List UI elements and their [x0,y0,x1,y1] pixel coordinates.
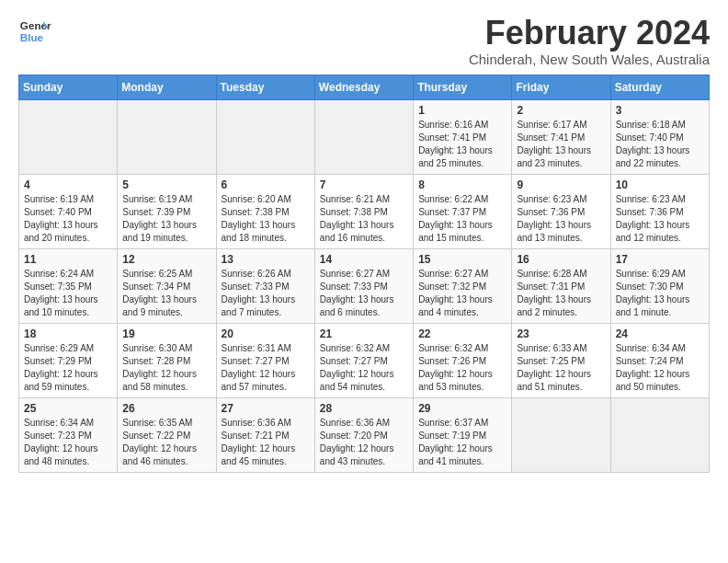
day-info: Sunrise: 6:37 AM Sunset: 7:19 PM Dayligh… [418,417,506,468]
calendar-week-1: 1Sunrise: 6:16 AM Sunset: 7:41 PM Daylig… [19,99,710,174]
day-info: Sunrise: 6:26 AM Sunset: 7:33 PM Dayligh… [222,268,310,319]
calendar-cell: 2Sunrise: 6:17 AM Sunset: 7:41 PM Daylig… [512,99,610,174]
day-header-thursday: Thursday [414,75,512,99]
day-info: Sunrise: 6:28 AM Sunset: 7:31 PM Dayligh… [517,268,605,319]
day-info: Sunrise: 6:18 AM Sunset: 7:40 PM Dayligh… [616,119,704,170]
day-number: 13 [222,253,310,266]
day-number: 10 [616,178,704,191]
day-info: Sunrise: 6:36 AM Sunset: 7:20 PM Dayligh… [320,417,408,468]
day-number: 28 [320,402,408,415]
day-info: Sunrise: 6:21 AM Sunset: 7:38 PM Dayligh… [320,193,408,245]
day-info: Sunrise: 6:24 AM Sunset: 7:35 PM Dayligh… [24,268,112,319]
day-number: 23 [517,327,605,340]
day-number: 4 [24,178,112,191]
calendar-cell: 10Sunrise: 6:23 AM Sunset: 7:36 PM Dayli… [610,174,709,248]
calendar-week-2: 4Sunrise: 6:19 AM Sunset: 7:40 PM Daylig… [19,174,710,248]
day-number: 19 [122,327,210,340]
calendar-cell: 21Sunrise: 6:32 AM Sunset: 7:27 PM Dayli… [314,323,413,397]
day-info: Sunrise: 6:32 AM Sunset: 7:26 PM Dayligh… [418,342,506,394]
calendar-cell: 19Sunrise: 6:30 AM Sunset: 7:28 PM Dayli… [118,323,216,397]
calendar-cell: 23Sunrise: 6:33 AM Sunset: 7:25 PM Dayli… [512,323,610,397]
calendar-week-4: 18Sunrise: 6:29 AM Sunset: 7:29 PM Dayli… [19,323,710,397]
day-number: 20 [222,327,310,340]
day-number: 14 [320,253,408,266]
calendar-cell [512,397,610,472]
day-info: Sunrise: 6:17 AM Sunset: 7:41 PM Dayligh… [517,119,605,170]
day-header-saturday: Saturday [610,75,709,99]
location-subtitle: Chinderah, New South Wales, Australia [469,52,710,67]
day-info: Sunrise: 6:35 AM Sunset: 7:22 PM Dayligh… [122,417,210,468]
day-number: 27 [222,402,310,415]
day-info: Sunrise: 6:34 AM Sunset: 7:23 PM Dayligh… [24,417,112,468]
calendar-cell: 15Sunrise: 6:27 AM Sunset: 7:32 PM Dayli… [414,248,512,323]
day-info: Sunrise: 6:20 AM Sunset: 7:38 PM Dayligh… [222,193,310,245]
calendar-cell [314,99,413,174]
calendar-cell: 7Sunrise: 6:21 AM Sunset: 7:38 PM Daylig… [314,174,413,248]
day-info: Sunrise: 6:19 AM Sunset: 7:40 PM Dayligh… [24,193,112,245]
day-info: Sunrise: 6:29 AM Sunset: 7:30 PM Dayligh… [616,268,704,319]
logo-icon: General Blue [18,15,51,48]
day-info: Sunrise: 6:19 AM Sunset: 7:39 PM Dayligh… [122,193,210,245]
calendar-header: SundayMondayTuesdayWednesdayThursdayFrid… [19,75,710,99]
day-number: 22 [418,327,506,340]
day-number: 11 [24,253,112,266]
day-number: 7 [320,178,408,191]
calendar-cell: 17Sunrise: 6:29 AM Sunset: 7:30 PM Dayli… [610,248,709,323]
header-row: SundayMondayTuesdayWednesdayThursdayFrid… [19,75,710,99]
calendar-cell: 1Sunrise: 6:16 AM Sunset: 7:41 PM Daylig… [414,99,512,174]
calendar-cell [610,397,709,472]
day-number: 3 [616,104,704,117]
day-number: 9 [517,178,605,191]
calendar-table: SundayMondayTuesdayWednesdayThursdayFrid… [18,75,710,473]
calendar-cell: 13Sunrise: 6:26 AM Sunset: 7:33 PM Dayli… [216,248,314,323]
day-info: Sunrise: 6:16 AM Sunset: 7:41 PM Dayligh… [418,119,506,170]
day-number: 17 [616,253,704,266]
svg-text:Blue: Blue [20,31,44,43]
month-title: February 2024 [469,15,710,52]
day-number: 15 [418,253,506,266]
day-info: Sunrise: 6:27 AM Sunset: 7:32 PM Dayligh… [418,268,506,319]
day-info: Sunrise: 6:22 AM Sunset: 7:37 PM Dayligh… [418,193,506,245]
day-info: Sunrise: 6:23 AM Sunset: 7:36 PM Dayligh… [616,193,704,245]
day-info: Sunrise: 6:30 AM Sunset: 7:28 PM Dayligh… [122,342,210,394]
logo: General Blue [18,15,51,48]
day-info: Sunrise: 6:29 AM Sunset: 7:29 PM Dayligh… [24,342,112,394]
calendar-cell: 27Sunrise: 6:36 AM Sunset: 7:21 PM Dayli… [216,397,314,472]
svg-text:General: General [20,19,51,31]
day-number: 25 [24,402,112,415]
day-number: 1 [418,104,506,117]
calendar-cell: 8Sunrise: 6:22 AM Sunset: 7:37 PM Daylig… [414,174,512,248]
calendar-cell: 6Sunrise: 6:20 AM Sunset: 7:38 PM Daylig… [216,174,314,248]
day-number: 26 [122,402,210,415]
day-number: 24 [616,327,704,340]
calendar-cell [19,99,118,174]
day-info: Sunrise: 6:33 AM Sunset: 7:25 PM Dayligh… [517,342,605,394]
calendar-cell: 28Sunrise: 6:36 AM Sunset: 7:20 PM Dayli… [314,397,413,472]
day-header-sunday: Sunday [19,75,118,99]
calendar-cell: 20Sunrise: 6:31 AM Sunset: 7:27 PM Dayli… [216,323,314,397]
calendar-cell: 11Sunrise: 6:24 AM Sunset: 7:35 PM Dayli… [19,248,118,323]
day-info: Sunrise: 6:25 AM Sunset: 7:34 PM Dayligh… [122,268,210,319]
title-area: February 2024 Chinderah, New South Wales… [469,15,710,67]
day-number: 21 [320,327,408,340]
calendar-cell: 25Sunrise: 6:34 AM Sunset: 7:23 PM Dayli… [19,397,118,472]
header: General Blue February 2024 Chinderah, Ne… [18,15,710,67]
day-number: 6 [222,178,310,191]
calendar-cell: 22Sunrise: 6:32 AM Sunset: 7:26 PM Dayli… [414,323,512,397]
calendar-cell: 24Sunrise: 6:34 AM Sunset: 7:24 PM Dayli… [610,323,709,397]
calendar-cell: 26Sunrise: 6:35 AM Sunset: 7:22 PM Dayli… [118,397,216,472]
day-header-wednesday: Wednesday [314,75,413,99]
calendar-cell: 16Sunrise: 6:28 AM Sunset: 7:31 PM Dayli… [512,248,610,323]
calendar-cell: 5Sunrise: 6:19 AM Sunset: 7:39 PM Daylig… [118,174,216,248]
day-info: Sunrise: 6:32 AM Sunset: 7:27 PM Dayligh… [320,342,408,394]
calendar-cell: 18Sunrise: 6:29 AM Sunset: 7:29 PM Dayli… [19,323,118,397]
calendar-cell: 14Sunrise: 6:27 AM Sunset: 7:33 PM Dayli… [314,248,413,323]
day-number: 12 [122,253,210,266]
calendar-week-3: 11Sunrise: 6:24 AM Sunset: 7:35 PM Dayli… [19,248,710,323]
day-number: 5 [122,178,210,191]
day-header-monday: Monday [118,75,216,99]
day-number: 8 [418,178,506,191]
day-info: Sunrise: 6:23 AM Sunset: 7:36 PM Dayligh… [517,193,605,245]
calendar-body: 1Sunrise: 6:16 AM Sunset: 7:41 PM Daylig… [19,99,710,472]
calendar-cell: 4Sunrise: 6:19 AM Sunset: 7:40 PM Daylig… [19,174,118,248]
